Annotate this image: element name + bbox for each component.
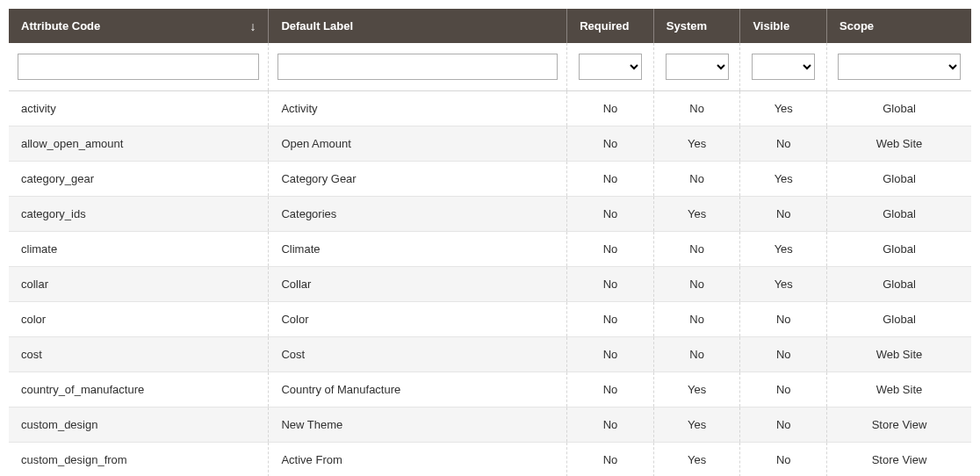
cell-required: No xyxy=(567,126,654,162)
cell-system: Yes xyxy=(653,407,740,443)
cell-scope: Global xyxy=(827,267,971,302)
cell-scope: Global xyxy=(827,302,971,337)
table-row[interactable]: allow_open_amountOpen AmountNoYesNoWeb S… xyxy=(9,126,971,162)
cell-scope: Web Site xyxy=(827,126,971,162)
table-row[interactable]: colorColorNoNoNoGlobal xyxy=(9,302,971,337)
cell-attribute-code: category_gear xyxy=(9,162,269,197)
table-row[interactable]: costCostNoNoNoWeb Site xyxy=(9,337,971,372)
cell-default-label: Country of Manufacture xyxy=(269,372,567,407)
cell-default-label: Cost xyxy=(269,337,567,372)
col-header-attribute-code[interactable]: Attribute Code ↓ xyxy=(9,9,269,43)
table-row[interactable]: collarCollarNoNoYesGlobal xyxy=(9,267,971,302)
filter-attribute-code[interactable] xyxy=(18,54,259,80)
col-header-scope[interactable]: Scope xyxy=(827,9,971,43)
filter-required[interactable] xyxy=(579,54,642,80)
col-header-label: Required xyxy=(580,19,629,32)
cell-visible: Yes xyxy=(740,232,827,267)
cell-scope: Store View xyxy=(827,407,971,443)
cell-default-label: New Theme xyxy=(269,407,567,443)
col-header-required[interactable]: Required xyxy=(567,9,654,43)
col-header-label: Attribute Code xyxy=(21,19,100,32)
col-header-system[interactable]: System xyxy=(653,9,740,43)
cell-scope: Web Site xyxy=(827,372,971,407)
cell-visible: No xyxy=(740,337,827,372)
grid-body: activityActivityNoNoYesGlobalallow_open_… xyxy=(9,43,971,476)
cell-required: No xyxy=(567,162,654,197)
cell-required: No xyxy=(567,267,654,302)
attributes-grid: Attribute Code ↓ Default Label Required … xyxy=(9,9,971,476)
cell-default-label: Collar xyxy=(269,267,567,302)
cell-scope: Store View xyxy=(827,443,971,477)
col-header-default-label[interactable]: Default Label xyxy=(269,9,567,43)
cell-scope: Global xyxy=(827,162,971,197)
cell-default-label: Activity xyxy=(269,91,567,126)
filter-default-label[interactable] xyxy=(277,54,558,80)
cell-visible: No xyxy=(740,443,827,477)
cell-default-label: Active From xyxy=(269,443,567,477)
cell-attribute-code: activity xyxy=(9,91,269,126)
table-row[interactable]: activityActivityNoNoYesGlobal xyxy=(9,91,971,126)
cell-visible: No xyxy=(740,126,827,162)
cell-attribute-code: custom_design_from xyxy=(9,443,269,477)
cell-visible: Yes xyxy=(740,162,827,197)
col-header-label: Scope xyxy=(839,19,874,32)
filter-row xyxy=(9,43,971,91)
cell-attribute-code: country_of_manufacture xyxy=(9,372,269,407)
cell-system: Yes xyxy=(653,443,740,477)
cell-attribute-code: climate xyxy=(9,232,269,267)
col-header-label: System xyxy=(667,19,707,32)
cell-required: No xyxy=(567,372,654,407)
cell-visible: No xyxy=(740,372,827,407)
cell-visible: No xyxy=(740,407,827,443)
cell-required: No xyxy=(567,302,654,337)
table-row[interactable]: category_idsCategoriesNoYesNoGlobal xyxy=(9,197,971,232)
cell-visible: Yes xyxy=(740,267,827,302)
cell-system: Yes xyxy=(653,372,740,407)
cell-attribute-code: collar xyxy=(9,267,269,302)
cell-scope: Global xyxy=(827,232,971,267)
cell-visible: No xyxy=(740,302,827,337)
cell-attribute-code: allow_open_amount xyxy=(9,126,269,162)
header-row: Attribute Code ↓ Default Label Required … xyxy=(9,9,971,43)
cell-system: No xyxy=(653,337,740,372)
cell-attribute-code: cost xyxy=(9,337,269,372)
filter-system[interactable] xyxy=(666,54,729,80)
cell-default-label: Climate xyxy=(269,232,567,267)
cell-visible: Yes xyxy=(740,91,827,126)
cell-required: No xyxy=(567,91,654,126)
col-header-label: Default Label xyxy=(281,19,353,32)
table-row[interactable]: category_gearCategory GearNoNoYesGlobal xyxy=(9,162,971,197)
col-header-label: Visible xyxy=(753,19,789,32)
cell-default-label: Color xyxy=(269,302,567,337)
table-row[interactable]: custom_designNew ThemeNoYesNoStore View xyxy=(9,407,971,443)
cell-default-label: Category Gear xyxy=(269,162,567,197)
cell-scope: Global xyxy=(827,197,971,232)
cell-system: No xyxy=(653,162,740,197)
table-row[interactable]: country_of_manufactureCountry of Manufac… xyxy=(9,372,971,407)
sort-arrow-down-icon: ↓ xyxy=(249,19,256,33)
cell-default-label: Categories xyxy=(269,197,567,232)
filter-visible[interactable] xyxy=(752,54,815,80)
cell-attribute-code: category_ids xyxy=(9,197,269,232)
cell-scope: Global xyxy=(827,91,971,126)
cell-required: No xyxy=(567,443,654,477)
filter-scope[interactable] xyxy=(838,54,961,80)
table-row[interactable]: custom_design_fromActive FromNoYesNoStor… xyxy=(9,443,971,477)
table-row[interactable]: climateClimateNoNoYesGlobal xyxy=(9,232,971,267)
cell-required: No xyxy=(567,337,654,372)
cell-required: No xyxy=(567,232,654,267)
cell-system: No xyxy=(653,232,740,267)
cell-scope: Web Site xyxy=(827,337,971,372)
cell-required: No xyxy=(567,407,654,443)
cell-system: Yes xyxy=(653,126,740,162)
col-header-visible[interactable]: Visible xyxy=(740,9,827,43)
cell-system: No xyxy=(653,91,740,126)
cell-attribute-code: custom_design xyxy=(9,407,269,443)
cell-system: No xyxy=(653,302,740,337)
cell-required: No xyxy=(567,197,654,232)
cell-attribute-code: color xyxy=(9,302,269,337)
cell-system: No xyxy=(653,267,740,302)
cell-system: Yes xyxy=(653,197,740,232)
cell-default-label: Open Amount xyxy=(269,126,567,162)
cell-visible: No xyxy=(740,197,827,232)
